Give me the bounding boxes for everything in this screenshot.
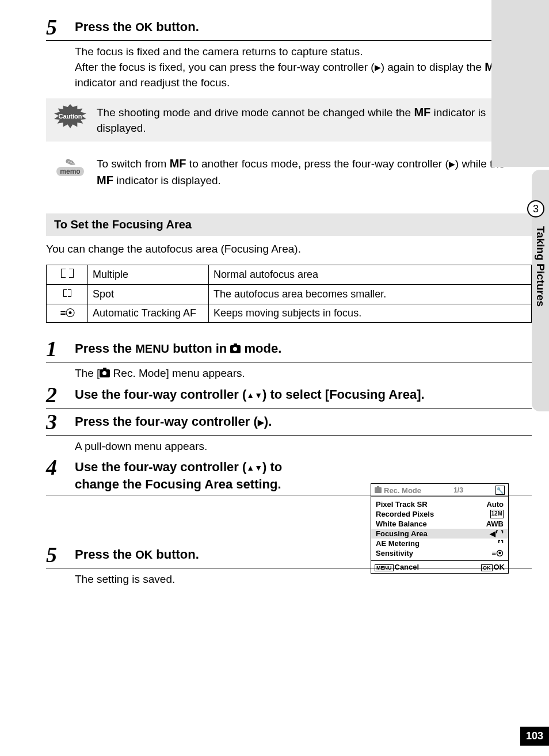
left-arrow-icon: ◀: [490, 529, 495, 538]
step-number: 5: [46, 16, 75, 38]
step-body: The setting is saved.: [75, 572, 532, 587]
memo-graphic: ✎ memo: [56, 159, 83, 176]
table-row: Spot The autofocus area becomes smaller.: [47, 285, 532, 304]
af-name: Multiple: [88, 265, 209, 285]
text: After the focus is fixed, you can press …: [75, 61, 375, 73]
step-1: 1 Press the MENU button in mode. The [ R…: [46, 339, 532, 381]
item-value: ≡⦿: [491, 549, 504, 558]
memo-text: To switch from MF to another focus mode,…: [97, 155, 524, 188]
step-title: Press the OK button.: [75, 17, 199, 36]
step-3: 3 Press the four-way controller (▶). A p…: [46, 412, 532, 454]
af-name: Automatic Tracking AF: [88, 304, 209, 323]
text: ⸢ ⸣: [495, 529, 504, 538]
mf-label: MF: [414, 106, 430, 119]
af-desc: The autofocus area becomes smaller.: [209, 285, 532, 304]
list-item: Pixel Track SRAuto: [376, 499, 504, 509]
step-number: 1: [46, 338, 75, 360]
memo-callout: ✎ memo To switch from MF to another focu…: [46, 150, 532, 194]
up-down-arrows-icon: ▲▼: [246, 391, 262, 400]
text: mode.: [241, 341, 281, 356]
mf-label: MF: [170, 157, 186, 170]
text: button in: [169, 341, 230, 356]
text: To switch from: [97, 158, 170, 170]
step-title: Press the OK button.: [75, 545, 199, 563]
text: Press the four-way controller (: [75, 414, 258, 429]
screen-footer: MENUCancel OKOK: [371, 560, 508, 573]
item-value: ⸢⸣: [498, 539, 504, 548]
chapter-title: Taking Pictures: [534, 226, 547, 307]
item-label: Pixel Track SR: [376, 500, 428, 509]
item-label: Sensitivity: [376, 549, 413, 558]
text: ).: [264, 414, 272, 429]
text: indicator is displayed.: [113, 174, 221, 186]
af-multiple-icon: [47, 265, 88, 285]
text: Press the: [75, 20, 135, 34]
ok-label: OK: [135, 21, 152, 33]
text: The [: [75, 367, 100, 379]
burst-icon: Caution: [54, 104, 86, 128]
memo-icon: ✎ memo: [54, 155, 86, 180]
menu-label: MENU: [135, 342, 169, 355]
item-value: 12M: [490, 510, 504, 518]
text: ) again to display the: [381, 61, 485, 73]
step-number: 4: [46, 456, 75, 478]
list-item: Sensitivity≡⦿: [376, 548, 504, 558]
ok-button-label: OK: [481, 564, 493, 571]
step-title: Use the four-way controller (▲▼) to sele…: [75, 385, 425, 403]
section-intro: You can change the autofocus area (Focus…: [46, 243, 532, 255]
ok-label: OK: [135, 548, 152, 561]
text: Cancel: [395, 563, 420, 571]
caution-text: The shooting mode and drive mode cannot …: [97, 104, 524, 136]
menu-button-label: MENU: [375, 564, 394, 571]
step-number: 2: [46, 384, 75, 406]
item-value: Auto: [486, 500, 504, 509]
caution-icon: Caution: [54, 104, 86, 128]
text: The focus is fixed and the camera return…: [75, 44, 532, 59]
text: Use the four-way controller (: [75, 460, 246, 474]
item-label: Recorded Pixels: [376, 510, 434, 518]
right-arrow-icon: ▶: [375, 63, 381, 72]
text: button.: [152, 547, 199, 562]
list-item-selected: Focusing Area◀⸢ ⸣: [371, 529, 508, 539]
item-label: Focusing Area: [376, 529, 428, 538]
af-tracking-icon: ≡⦿: [47, 304, 88, 323]
step-title: Use the four-way controller (▲▼) to chan…: [75, 457, 305, 492]
screen-title: Rec. Mode: [384, 486, 421, 495]
list-item: Recorded Pixels12M: [376, 509, 504, 519]
right-arrow-icon: ▶: [258, 418, 264, 427]
caution-callout: Caution The shooting mode and drive mode…: [46, 98, 532, 142]
step-number: 3: [46, 411, 75, 433]
camera-icon: [375, 487, 382, 493]
chapter-number-badge: 3: [527, 200, 544, 217]
section-header: To Set the Focusing Area: [46, 213, 532, 236]
text: ) to select [Focusing Area].: [262, 387, 425, 402]
step-body: The focus is fixed and the camera return…: [75, 44, 532, 90]
af-desc: Normal autofocus area: [209, 265, 532, 285]
text: Rec. Mode] menu appears.: [110, 367, 245, 379]
step-2: 2 Use the four-way controller (▲▼) to se…: [46, 385, 532, 408]
right-arrow-icon: ▶: [449, 159, 455, 169]
wrench-icon: 🔧: [495, 486, 505, 495]
focusing-area-table: Multiple Normal autofocus area Spot The …: [46, 265, 532, 323]
page-number: 103: [520, 727, 549, 746]
text: After the focus is fixed, you can press …: [75, 59, 532, 90]
af-desc: Keeps moving subjects in focus.: [209, 304, 532, 323]
table-row: Multiple Normal autofocus area: [47, 265, 532, 285]
text: button.: [152, 20, 199, 34]
text: OK: [494, 563, 505, 571]
step-title: Press the MENU button in mode.: [75, 339, 281, 357]
item-label: AE Metering: [376, 539, 420, 548]
screen-page-indicator: 1/3: [453, 486, 463, 494]
text: Press the: [75, 547, 135, 562]
list-item: White BalanceAWB: [376, 519, 504, 529]
item-value: AWB: [486, 520, 504, 528]
footer-ok: OKOK: [481, 563, 505, 571]
camera-icon: [100, 369, 110, 377]
lcd-screen-preview: Rec. Mode 1/3 🔧 Pixel Track SRAuto Recor…: [371, 483, 509, 574]
item-value: ◀⸢ ⸣: [490, 529, 504, 538]
side-tab-top: [491, 0, 549, 167]
table-row: ≡⦿ Automatic Tracking AF Keeps moving su…: [47, 304, 532, 323]
screen-header: Rec. Mode 1/3 🔧: [371, 484, 508, 497]
mf-label: MF: [97, 174, 113, 186]
footer-cancel: MENUCancel: [375, 563, 419, 571]
